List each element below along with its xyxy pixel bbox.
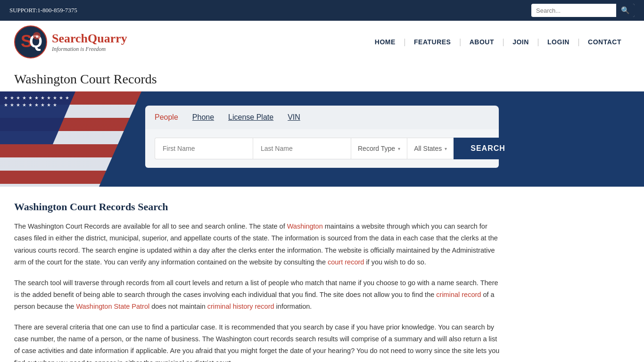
paragraph-2: The search tool will traverse through re… [14, 277, 504, 313]
star: ★ [4, 102, 8, 107]
top-search-input[interactable] [531, 5, 616, 16]
content-area: Washington Court Records Search The Wash… [0, 187, 519, 362]
star: ★ [28, 95, 33, 100]
star: ★ [53, 102, 57, 107]
brand-name: SearchQuarry [52, 32, 127, 46]
top-bar: SUPPORT:1-800-859-7375 🔍 [0, 0, 644, 21]
star: ★ [10, 102, 14, 107]
star: ★ [53, 95, 57, 100]
star: ★ [16, 95, 20, 100]
all-states-label: All States [414, 145, 442, 152]
page-title: Washington Court Records [14, 72, 630, 87]
logo: S Q ★ SearchQuarry Information is Freedo… [14, 25, 127, 58]
star: ★ [28, 102, 33, 107]
link-washington-state-patrol[interactable]: Washington State Patrol [76, 303, 149, 310]
logo-icon: S Q ★ [14, 25, 47, 58]
star: ★ [4, 95, 8, 100]
star: ★ [41, 95, 45, 100]
paragraph-1: The Washington Court Records are availab… [14, 221, 504, 269]
main-nav: HOME | FEATURES | ABOUT | JOIN | LOGIN |… [366, 38, 630, 46]
stars-overlay: ★ ★ ★ ★ ★ ★ ★ ★ ★ ★ ★ ★ ★ ★ ★ ★ ★ ★ ★ ★ [0, 91, 75, 144]
section-title: Washington Court Records Search [14, 201, 504, 213]
nav-features[interactable]: FEATURES [405, 38, 459, 46]
tab-license-plate[interactable]: License Plate [228, 107, 273, 127]
search-form: Record Type ▾ All States ▾ SEARCH [145, 129, 499, 168]
last-name-input[interactable] [253, 138, 351, 159]
star: ★ [65, 95, 69, 100]
link-criminal-record[interactable]: criminal record [436, 291, 481, 298]
link-criminal-history-record[interactable]: criminal history record [207, 303, 274, 310]
link-court-record[interactable]: court record [328, 258, 364, 266]
brand-tagline: Information is Freedom [52, 46, 127, 53]
star: ★ [10, 95, 14, 100]
tab-vin[interactable]: VIN [288, 107, 300, 127]
star: ★ [16, 102, 20, 107]
nav-about[interactable]: ABOUT [461, 38, 503, 46]
nav-home[interactable]: HOME [366, 38, 404, 46]
tab-people[interactable]: People [155, 107, 178, 127]
search-button[interactable]: SEARCH [454, 138, 522, 159]
search-tabs: People Phone License Plate VIN [145, 106, 499, 129]
top-search-button[interactable]: 🔍 [616, 4, 635, 17]
hero-banner: ★ ★ ★ ★ ★ ★ ★ ★ ★ ★ ★ ★ ★ ★ ★ ★ ★ ★ ★ ★ … [0, 91, 644, 187]
star: ★ [47, 95, 51, 100]
site-header: S Q ★ SearchQuarry Information is Freedo… [0, 21, 644, 63]
link-washington[interactable]: Washington [287, 222, 323, 230]
top-search-form: 🔍 [531, 4, 635, 17]
paragraph-3: There are several criteria that one can … [14, 321, 504, 362]
record-type-arrow-icon: ▾ [398, 146, 400, 151]
star: ★ [22, 95, 26, 100]
star: ★ [22, 102, 26, 107]
star: ★ [47, 102, 51, 107]
nav-contact[interactable]: CONTACT [579, 38, 630, 46]
all-states-dropdown[interactable]: All States ▾ [407, 138, 454, 159]
all-states-arrow-icon: ▾ [445, 146, 447, 151]
brand-suffix: Quarry [88, 32, 127, 45]
page-title-area: Washington Court Records [0, 63, 644, 91]
svg-text:★: ★ [35, 34, 39, 39]
first-name-input[interactable] [155, 138, 253, 159]
logo-text: SearchQuarry Information is Freedom [52, 32, 127, 53]
brand-prefix: Search [52, 32, 88, 45]
search-widget: People Phone License Plate VIN Record Ty… [145, 106, 499, 168]
nav-join[interactable]: JOIN [504, 38, 537, 46]
record-type-dropdown[interactable]: Record Type ▾ [351, 138, 407, 159]
star: ★ [34, 95, 39, 100]
nav-login[interactable]: LOGIN [539, 38, 578, 46]
star: ★ [41, 102, 45, 107]
star: ★ [59, 95, 63, 100]
record-type-label: Record Type [358, 145, 395, 152]
tab-phone[interactable]: Phone [192, 107, 214, 127]
star: ★ [34, 102, 39, 107]
support-phone: SUPPORT:1-800-859-7375 [9, 7, 77, 14]
